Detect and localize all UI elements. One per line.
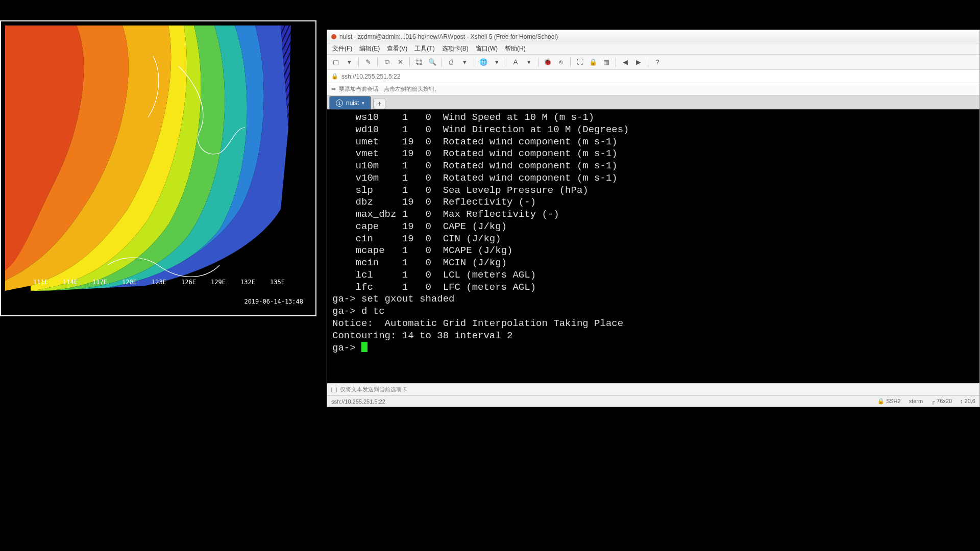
compose-bar[interactable]: 仅将文本发送到当前选项卡 [327, 383, 979, 395]
address-text: ssh://10.255.251.5:22 [341, 73, 400, 80]
status-bar: ssh://10.255.251.5:22 🔒 SSH2 xterm ┌ 76x… [327, 395, 979, 407]
lock-icon: 🔒 [331, 73, 338, 80]
new-icon[interactable]: ▢ [330, 57, 341, 68]
axis-tick: 129E [211, 279, 226, 286]
search-icon[interactable]: 🔍 [427, 57, 438, 68]
hint-text: 要添加当前会话，点击左侧的箭头按钮。 [339, 85, 440, 93]
compose-checkbox-icon[interactable] [331, 387, 337, 392]
tab-label: nuist [346, 99, 359, 107]
menu-item[interactable]: 选项卡(B) [442, 44, 469, 53]
compose-hint: 仅将文本发送到当前选项卡 [340, 386, 407, 393]
axis-tick: 126E [181, 279, 196, 286]
toolbar-separator [442, 58, 442, 67]
toolbar-separator [570, 58, 571, 67]
tab-add-button[interactable]: + [373, 98, 385, 109]
font-icon[interactable]: A [510, 57, 521, 68]
axis-tick: 123E [152, 279, 166, 286]
help-icon[interactable]: ? [652, 57, 663, 68]
terminal[interactable]: ws10 1 0 Wind Speed at 10 M (m s-1) wd10… [327, 110, 979, 383]
menu-item[interactable]: 工具(T) [414, 44, 434, 53]
status-ssh-icon: 🔒 SSH2 [877, 398, 901, 405]
status-size: ┌ 76x20 [931, 398, 952, 405]
toolbar-separator [616, 58, 616, 67]
tab-index-icon: 1 [336, 99, 343, 107]
dd-icon[interactable]: ▾ [523, 57, 534, 68]
wand-icon[interactable]: ✎ [362, 57, 374, 68]
menubar[interactable]: 文件(F)编辑(E)查看(V)工具(T)选项卡(B)窗口(W)帮助(H) [327, 43, 979, 55]
address-bar[interactable]: 🔒 ssh://10.255.251.5:22 [327, 70, 979, 83]
x-icon[interactable]: ✕ [395, 57, 406, 68]
plot-svg [5, 26, 305, 291]
print-icon[interactable]: ⎙ [446, 57, 457, 68]
toolbar-separator [538, 58, 538, 67]
globe-icon[interactable]: 🌐 [478, 57, 489, 68]
status-address: ssh://10.255.251.5:22 [331, 398, 385, 405]
menu-item[interactable]: 查看(V) [387, 44, 407, 53]
axis-tick: 135E [270, 279, 285, 286]
axis-tick: 117E [92, 279, 107, 286]
left-icon[interactable]: ◀ [620, 57, 631, 68]
xshell-window[interactable]: nuist - zcdmn@admin:...016-hq/new/ARWpos… [327, 30, 980, 407]
terminal-cursor [361, 342, 368, 352]
toolbar-separator [377, 58, 378, 67]
dup-icon[interactable]: ⿻ [413, 57, 425, 68]
titlebar[interactable]: nuist - zcdmn@admin:...016-hq/new/ARWpos… [327, 30, 979, 43]
app-icon [331, 34, 336, 39]
toolbar[interactable]: ▢▾✎⧉✕⿻🔍⎙▾🌐▾A▾🐞⎋⛶🔒▦◀▶? [327, 55, 979, 70]
lock-icon[interactable]: 🔒 [587, 57, 599, 68]
axis-tick: 132E [240, 279, 255, 286]
dd-icon[interactable]: ▾ [491, 57, 502, 68]
plot-x-axis: 111E114E117E120E123E126E129E132E135E [5, 279, 305, 286]
tab-dropdown-icon[interactable]: ▾ [362, 101, 364, 106]
menu-item[interactable]: 文件(F) [332, 44, 352, 53]
status-cursor-pos: ↕ 20,6 [960, 398, 975, 405]
axis-tick: 120E [122, 279, 137, 286]
exit-icon[interactable]: ⎋ [555, 57, 567, 68]
axis-tick: 114E [63, 279, 78, 286]
toolbar-separator [648, 58, 648, 67]
toolbar-separator [474, 58, 474, 67]
copy-icon[interactable]: ⧉ [381, 57, 393, 68]
menu-item[interactable]: 帮助(H) [505, 44, 526, 53]
plot-timestamp: 2019-06-14-13:48 [244, 298, 303, 305]
axis-tick: 111E [33, 279, 48, 286]
bug-icon[interactable]: 🐞 [542, 57, 553, 68]
open-icon[interactable]: ▾ [344, 57, 355, 68]
tile-icon[interactable]: ▦ [601, 57, 612, 68]
status-termtype: xterm [909, 398, 923, 405]
toolbar-separator [358, 58, 359, 67]
right-icon[interactable]: ▶ [633, 57, 644, 68]
grads-plot-window[interactable]: 111E114E117E120E123E126E129E132E135E 201… [0, 20, 316, 316]
menu-item[interactable]: 编辑(E) [359, 44, 380, 53]
toolbar-separator [409, 58, 410, 67]
tab-strip[interactable]: 1 nuist ▾ + [327, 95, 979, 110]
tab-nuist[interactable]: 1 nuist ▾ [329, 96, 371, 109]
window-title: nuist - zcdmn@admin:...016-hq/new/ARWpos… [339, 33, 558, 40]
menu-item[interactable]: 窗口(W) [476, 44, 498, 53]
hint-arrow-icon: ➥ [331, 86, 336, 92]
hint-bar: ➥ 要添加当前会话，点击左侧的箭头按钮。 [327, 83, 979, 95]
dd-icon[interactable]: ▾ [459, 57, 470, 68]
plot-canvas: 111E114E117E120E123E126E129E132E135E 201… [5, 26, 305, 291]
full-icon[interactable]: ⛶ [574, 57, 585, 68]
toolbar-separator [506, 58, 506, 67]
